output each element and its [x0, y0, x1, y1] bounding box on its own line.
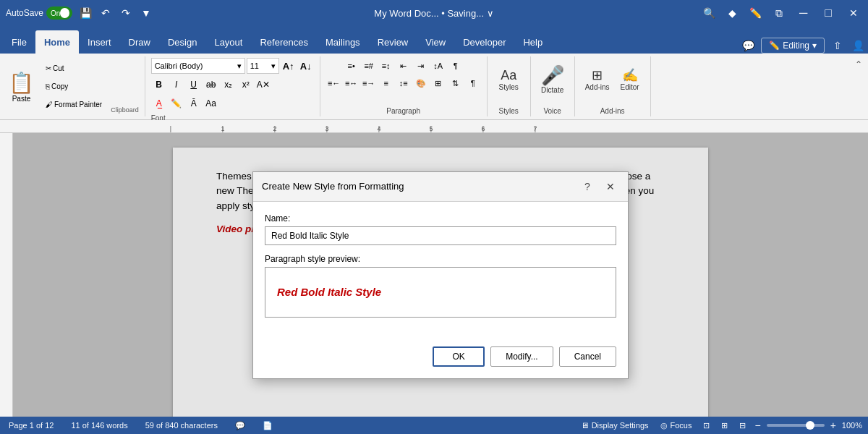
change-case-button[interactable]: Aa: [203, 95, 219, 111]
dialog-body: Name: Paragraph style preview: Red Bold …: [253, 202, 628, 341]
word-count[interactable]: 11 of 146 words: [68, 421, 130, 430]
page-indicator[interactable]: Page 1 of 12: [6, 421, 56, 430]
shrink-font-button[interactable]: A↓: [298, 58, 314, 74]
tab-draw[interactable]: Draw: [120, 30, 159, 54]
ruler: 1 2 3 4 5 6 7: [0, 120, 868, 133]
tab-file[interactable]: File: [3, 30, 35, 54]
pen-icon[interactable]: ✏️: [749, 6, 763, 20]
tab-review[interactable]: Review: [369, 30, 417, 54]
ok-button[interactable]: OK: [433, 346, 485, 367]
char-shading-button[interactable]: Ā: [186, 95, 202, 111]
preview-text: Red Bold Italic Style: [277, 286, 381, 298]
numbering-button[interactable]: ≡#: [361, 58, 377, 74]
zoom-minus-button[interactable]: −: [754, 420, 760, 431]
diamond-icon[interactable]: ◆: [726, 6, 740, 20]
tab-layout[interactable]: Layout: [205, 30, 251, 54]
subscript-button[interactable]: x₂: [221, 77, 237, 93]
tab-home[interactable]: Home: [35, 30, 79, 54]
align-left-button[interactable]: ≡←: [326, 75, 342, 91]
styles-icon: Aa: [501, 69, 516, 82]
name-input[interactable]: [265, 226, 616, 245]
focus-button[interactable]: ◎ Focus: [658, 421, 695, 430]
align-right-button[interactable]: ≡→: [361, 75, 377, 91]
cancel-button[interactable]: Cancel: [559, 346, 616, 367]
column-button[interactable]: ⇅: [448, 75, 464, 91]
decrease-indent-button[interactable]: ⇤: [396, 58, 412, 74]
tab-references[interactable]: References: [251, 30, 316, 54]
sort-button[interactable]: ↕A: [430, 58, 446, 74]
comments-icon[interactable]: 💬: [741, 38, 755, 53]
toggle-knob: [60, 8, 69, 18]
layout-button-3[interactable]: ⊟: [736, 421, 749, 430]
italic-button[interactable]: I: [169, 77, 184, 93]
char-count[interactable]: 59 of 840 characters: [142, 421, 221, 430]
line-spacing-button[interactable]: ↕≡: [396, 75, 412, 91]
document-area[interactable]: Themes and styles also help keep your do…: [13, 133, 868, 417]
undo-icon[interactable]: ↶: [98, 6, 113, 20]
dialog-title: Create New Style from Formatting: [262, 181, 404, 192]
display-settings-button[interactable]: 🖥 Display Settings: [578, 421, 652, 430]
zoom-slider[interactable]: [767, 424, 825, 427]
editing-badge[interactable]: ✏️ Editing ▾: [761, 38, 825, 54]
font-name-selector[interactable]: Calibri (Body) ▾: [151, 58, 245, 74]
tab-insert[interactable]: Insert: [79, 30, 120, 54]
bullets-button[interactable]: ≡•: [344, 58, 359, 74]
minimize-button[interactable]: ─: [795, 5, 812, 21]
tab-mailings[interactable]: Mailings: [317, 30, 369, 54]
font-size-selector[interactable]: 11 ▾: [247, 58, 279, 74]
text-highlight-button[interactable]: ✏️: [169, 95, 184, 111]
tab-help[interactable]: Help: [514, 30, 551, 54]
bold-button[interactable]: B: [151, 77, 167, 93]
format-painter-button[interactable]: 🖌Format Painter: [43, 99, 105, 110]
restore-icon[interactable]: ⧉: [772, 6, 786, 20]
grow-font-button[interactable]: A↑: [281, 58, 297, 74]
document-title: My Word Doc... • Saving...: [374, 8, 484, 19]
strikethrough-button[interactable]: ab: [203, 77, 219, 93]
collapse-ribbon-button[interactable]: ⌃: [849, 56, 868, 116]
dictate-button[interactable]: 🎤 Dictate: [537, 58, 569, 101]
editor-button[interactable]: ✍ Editor: [616, 58, 644, 101]
title-chevron[interactable]: ∨: [487, 8, 494, 19]
tab-developer[interactable]: Developer: [454, 30, 514, 54]
paste-button[interactable]: 📋 Paste: [3, 58, 40, 115]
styles-button[interactable]: Aa Styles: [494, 58, 523, 101]
cut-button[interactable]: ✂Cut: [43, 63, 105, 74]
show-para-button[interactable]: ¶: [448, 58, 464, 74]
customize-icon[interactable]: ▼: [139, 6, 153, 20]
layout-button-1[interactable]: ⊡: [700, 421, 712, 430]
font-color-button[interactable]: A̲: [151, 95, 167, 111]
dialog-close-button[interactable]: ✕: [602, 178, 619, 195]
zoom-percent[interactable]: 100%: [842, 421, 862, 430]
maximize-button[interactable]: □: [820, 5, 836, 21]
layout-button-2[interactable]: ⊞: [718, 421, 731, 430]
autosave-area: AutoSave On: [6, 7, 72, 20]
insert-comment-icon[interactable]: 💬: [232, 421, 248, 430]
shading-button[interactable]: 🎨: [413, 75, 429, 91]
superscript-button[interactable]: x²: [238, 77, 254, 93]
clear-format-button[interactable]: A✕: [255, 77, 271, 93]
save-icon[interactable]: 💾: [78, 6, 93, 20]
dictate-label: Dictate: [541, 86, 563, 94]
dialog-help-button[interactable]: ?: [579, 178, 596, 195]
copy-button[interactable]: ⎘Copy: [43, 81, 105, 92]
redo-icon[interactable]: ↷: [119, 6, 133, 20]
close-button[interactable]: ✕: [845, 6, 862, 20]
align-center-button[interactable]: ≡↔: [344, 75, 359, 91]
underline-button[interactable]: U: [186, 77, 202, 93]
search-icon[interactable]: 🔍: [702, 6, 717, 20]
tab-view[interactable]: View: [417, 30, 454, 54]
multilevel-button[interactable]: ≡↕: [378, 58, 394, 74]
increase-indent-button[interactable]: ⇥: [413, 58, 429, 74]
justify-button[interactable]: ≡: [378, 75, 394, 91]
modify-button[interactable]: Modify...: [490, 346, 553, 367]
tab-design[interactable]: Design: [159, 30, 205, 54]
borders-button[interactable]: ⊞: [430, 75, 446, 91]
person-icon[interactable]: 👤: [851, 38, 865, 53]
share-icon[interactable]: ⇧: [830, 38, 845, 53]
autosave-toggle[interactable]: On: [46, 7, 72, 20]
direction-button[interactable]: ¶: [465, 75, 481, 91]
addins-button[interactable]: ⊞ Add-ins: [581, 58, 614, 101]
font-group: Calibri (Body) ▾ 11 ▾ A↑ A↓ B I U ab x₂ …: [145, 56, 320, 116]
track-changes-icon[interactable]: 📄: [260, 421, 276, 430]
zoom-plus-button[interactable]: +: [830, 420, 836, 431]
